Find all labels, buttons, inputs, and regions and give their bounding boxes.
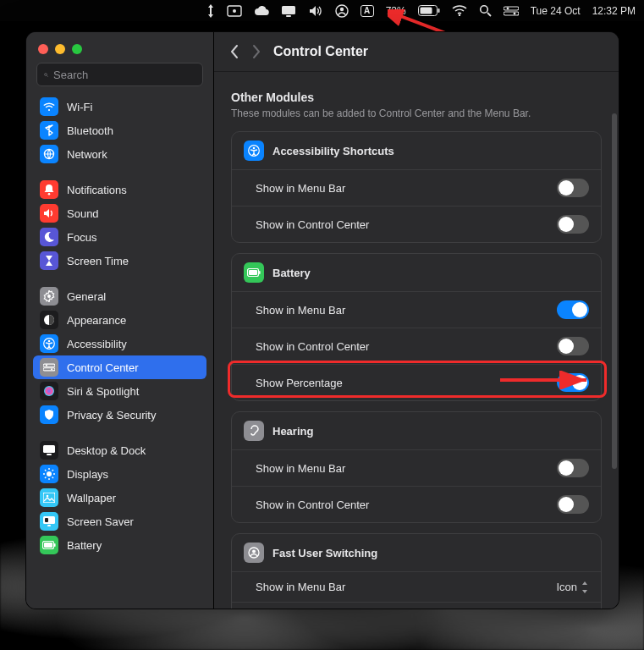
svg-point-20 (48, 108, 50, 110)
sidebar-item-siri-spotlight[interactable]: Siri & Spotlight (33, 379, 206, 403)
sidebar-item-network[interactable]: Network (33, 142, 206, 166)
svg-rect-9 (438, 8, 439, 13)
hearing-icon (244, 421, 264, 441)
popup-value: Icon (556, 581, 577, 593)
accessibility-icon (40, 334, 58, 353)
sidebar-item-screen-saver[interactable]: Screen Saver (33, 510, 206, 533)
privacy-icon (40, 405, 58, 424)
svg-rect-43 (43, 493, 55, 503)
bluetooth-icon (40, 121, 58, 140)
svg-rect-32 (43, 445, 55, 453)
menubar-screenshot-icon[interactable] (227, 0, 242, 21)
menubar-volume-icon[interactable] (308, 0, 323, 21)
svg-point-31 (44, 386, 54, 396)
sidebar-item-sound[interactable]: Sound (33, 201, 206, 225)
sidebar-item-accessibility[interactable]: Accessibility (33, 332, 206, 355)
menubar-user-icon[interactable] (335, 0, 349, 21)
sidebar-item-wallpaper[interactable]: Wallpaper (33, 486, 206, 510)
sidebar-item-desktop-dock[interactable]: Desktop & Dock (33, 438, 206, 462)
page-title: Control Center (273, 44, 368, 59)
toggle-show-in-control-center[interactable] (557, 215, 589, 234)
module-title: Hearing (272, 425, 313, 438)
sidebar-item-label: Battery (67, 539, 102, 552)
sidebar-item-control-center[interactable]: Control Center (33, 355, 206, 379)
sidebar-item-wi-fi[interactable]: Wi-Fi (33, 95, 206, 118)
search-icon (44, 69, 48, 80)
svg-rect-49 (44, 543, 52, 548)
sidebar-item-label: Displays (67, 468, 108, 481)
sidebar-item-label: Focus (67, 231, 96, 244)
accessibility-icon (244, 140, 264, 161)
svg-point-26 (48, 340, 51, 343)
svg-rect-46 (47, 525, 51, 526)
focus-icon (40, 228, 58, 246)
module-card-hearing: HearingShow in Menu BarShow in Control C… (231, 411, 602, 523)
sidebar-item-battery[interactable]: Battery (33, 533, 206, 557)
hourglass-icon (40, 251, 58, 270)
svg-point-34 (47, 471, 52, 476)
setting-row-show-in-menu-bar: Show in Menu Bar (232, 449, 601, 486)
sidebar-item-label: Bluetooth (67, 124, 113, 137)
toggle-show-in-menu-bar[interactable] (557, 459, 589, 477)
module-card-fast-user-switching: Fast User SwitchingShow in Menu BarIconS… (231, 533, 602, 609)
content-body[interactable]: Other Modules These modules can be added… (214, 72, 619, 609)
minimize-button[interactable] (55, 44, 65, 54)
svg-point-44 (47, 495, 49, 498)
toggle-show-in-control-center[interactable] (557, 337, 589, 355)
sidebar-item-displays[interactable]: Displays (33, 462, 206, 486)
forward-button[interactable] (251, 44, 261, 59)
content-scrollbar[interactable] (612, 113, 617, 554)
menubar-updown-icon[interactable] (206, 0, 215, 21)
back-button[interactable] (229, 44, 239, 59)
svg-point-16 (513, 12, 515, 14)
menubar-wifi-icon[interactable] (452, 0, 467, 21)
menubar-battery-percent[interactable]: 73% (386, 0, 406, 21)
toggle-show-in-menu-bar[interactable] (557, 179, 589, 197)
setting-label: Show in Control Center (256, 499, 369, 511)
sidebar-item-bluetooth[interactable]: Bluetooth (33, 118, 206, 142)
popup-show-in-menu-bar[interactable]: Icon (556, 581, 589, 593)
svg-rect-27 (43, 364, 55, 366)
svg-point-30 (51, 368, 52, 370)
menubar-input-source[interactable]: A (361, 0, 374, 21)
menubar-spotlight-icon[interactable] (479, 0, 492, 21)
toggle-show-in-menu-bar[interactable] (557, 300, 589, 319)
search-input[interactable] (53, 69, 195, 81)
sidebar-item-general[interactable]: General (33, 284, 206, 308)
window-controls (26, 32, 213, 61)
setting-label: Show in Menu Bar (256, 304, 345, 317)
sidebar: Wi-FiBluetoothNetworkNotificationsSoundF… (26, 32, 214, 609)
close-button[interactable] (38, 44, 48, 54)
setting-row-show-in-control-center: Show in Control Center (232, 602, 601, 609)
menubar-date[interactable]: Tue 24 Oct (531, 0, 581, 21)
sidebar-item-focus[interactable]: Focus (33, 225, 206, 249)
sidebar-item-screen-time[interactable]: Screen Time (33, 249, 206, 273)
setting-row-show-in-control-center: Show in Control Center (232, 206, 601, 242)
sidebar-item-notifications[interactable]: Notifications (33, 178, 206, 201)
sidebar-item-privacy-security[interactable]: Privacy & Security (33, 403, 206, 427)
search-field[interactable] (36, 63, 203, 86)
svg-point-2 (233, 9, 236, 13)
module-title: Fast User Switching (272, 547, 377, 559)
svg-line-19 (47, 75, 47, 76)
setting-row-show-in-control-center: Show in Control Center (232, 486, 601, 522)
sidebar-list[interactable]: Wi-FiBluetoothNetworkNotificationsSoundF… (26, 95, 213, 609)
menubar-cloud-icon[interactable] (254, 0, 269, 21)
toggle-show-in-control-center[interactable] (557, 495, 589, 514)
menubar-display-icon[interactable] (281, 0, 296, 21)
toggle-show-percentage[interactable] (557, 373, 589, 392)
module-title: Battery (272, 267, 311, 279)
sidebar-item-label: Appearance (67, 314, 126, 327)
content-header: Control Center (214, 32, 619, 72)
setting-label: Show Percentage (256, 377, 343, 389)
svg-rect-55 (259, 271, 261, 274)
sidebar-item-appearance[interactable]: Appearance (33, 308, 206, 332)
zoom-button[interactable] (72, 44, 82, 54)
menubar-time[interactable]: 12:32 PM (592, 0, 636, 21)
displays-icon (40, 465, 58, 483)
svg-rect-47 (45, 518, 48, 522)
svg-rect-13 (504, 7, 519, 10)
menubar-battery-icon[interactable] (418, 0, 440, 21)
menubar-controlcenter-icon[interactable] (504, 0, 519, 21)
svg-point-10 (459, 14, 460, 16)
